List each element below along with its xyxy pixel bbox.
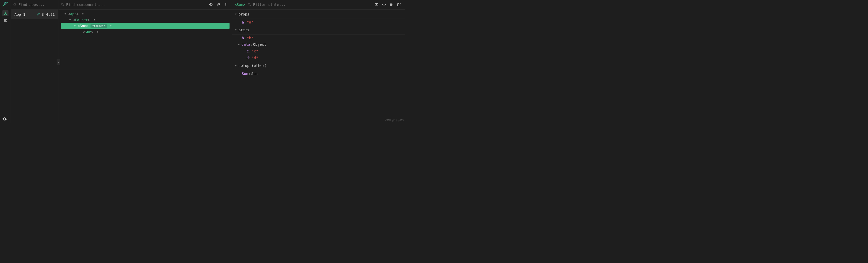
section-header-setup[interactable]: ▼ setup (other) (232, 61, 405, 70)
section-title: props (239, 12, 249, 16)
prop-key: b (242, 36, 244, 40)
svg-point-6 (14, 3, 16, 5)
prop-row[interactable]: ▼ data: Object (232, 41, 405, 48)
components-header (58, 0, 232, 9)
prop-row[interactable]: d: "d" (232, 55, 405, 61)
svg-point-10 (225, 3, 226, 4)
prop-value: "b" (247, 36, 253, 40)
tree-node-son[interactable]: ▼ <Son> fragment (61, 23, 230, 29)
component-tree: ▼ <App> ▼ <Father> ▼ <Son> fragment <Sun… (58, 9, 232, 123)
apps-panel: App 1 3.4.21 (11, 0, 58, 123)
svg-rect-5 (4, 22, 7, 22)
components-search-input[interactable] (66, 3, 209, 7)
section-header-props[interactable]: ▼ props (232, 9, 405, 19)
search-icon (248, 3, 251, 6)
component-tree-panel: ◂ ▼ <App> (58, 0, 232, 123)
svg-rect-4 (4, 21, 6, 21)
app-name-label: App 1 (14, 12, 37, 17)
svg-point-0 (5, 11, 6, 13)
collapse-arrow-icon[interactable]: ▼ (235, 64, 238, 67)
selected-component-label: <Son> (235, 3, 245, 7)
prop-row[interactable]: Sun: Sun (232, 70, 405, 77)
inspect-dom-icon[interactable] (390, 3, 394, 7)
app-list-item[interactable]: App 1 3.4.21 (11, 9, 58, 19)
state-body: ▼ props a: "a" ▼ attrs b: "b" ▼ data: Ob… (232, 9, 405, 123)
panel-resize-handle[interactable]: ◂ (57, 59, 60, 65)
locate-icon[interactable] (209, 3, 213, 7)
section-title: setup (other) (239, 63, 267, 68)
vue-logo-small (37, 13, 40, 16)
vue-logo (2, 2, 8, 8)
svg-rect-3 (4, 19, 7, 20)
components-tab-icon[interactable] (2, 10, 8, 16)
open-in-editor-icon[interactable] (397, 3, 401, 7)
apps-search-bar (11, 0, 58, 9)
expand-arrow-icon[interactable]: ▼ (65, 12, 67, 15)
prop-value: "a" (247, 20, 253, 24)
icon-sidebar (0, 0, 11, 123)
tree-node-app[interactable]: ▼ <App> (61, 11, 230, 17)
prop-value: Object (253, 42, 266, 47)
state-header: <Son> (232, 0, 405, 9)
prop-key: d (246, 56, 249, 60)
prop-row[interactable]: b: "b" (232, 35, 405, 41)
render-indicator (94, 19, 95, 21)
vue-version-label: 3.4.21 (41, 12, 55, 17)
svg-point-9 (211, 4, 211, 5)
prop-value: Sun (251, 71, 257, 76)
section-header-attrs[interactable]: ▼ attrs (232, 25, 405, 34)
timeline-tab-icon[interactable] (2, 18, 8, 24)
tree-node-sun[interactable]: <Sun> (61, 29, 230, 35)
prop-value: "c" (252, 49, 258, 53)
render-indicator (97, 31, 98, 33)
state-inspector-panel: <Son> ▼ (232, 0, 405, 123)
watermark: CSDN @田本初123 (385, 119, 404, 122)
prop-key: c (246, 49, 249, 53)
collapse-arrow-icon[interactable]: ▼ (235, 28, 238, 31)
render-indicator (83, 13, 84, 14)
settings-gear-icon[interactable] (2, 117, 7, 121)
more-icon[interactable] (224, 3, 228, 7)
expand-arrow-icon[interactable]: ▼ (69, 18, 71, 21)
scroll-to-component-icon[interactable] (375, 3, 378, 7)
prop-row[interactable]: c: "c" (232, 48, 405, 55)
svg-point-13 (248, 3, 250, 5)
svg-point-7 (61, 3, 63, 5)
render-indicator (110, 25, 112, 27)
svg-point-11 (225, 4, 226, 5)
prop-row[interactable]: a: "a" (232, 19, 405, 26)
section-title: attrs (239, 28, 249, 32)
show-source-icon[interactable] (382, 3, 386, 7)
expand-arrow-icon[interactable]: ▼ (74, 25, 76, 27)
prop-key: data (242, 42, 250, 47)
svg-point-12 (225, 5, 226, 6)
prop-key: Sun (242, 71, 248, 76)
svg-point-15 (376, 4, 377, 5)
state-filter-input[interactable] (253, 3, 375, 7)
prop-key: a (242, 20, 244, 24)
collapse-arrow-icon[interactable]: ▼ (235, 13, 238, 16)
fragment-badge: fragment (91, 24, 107, 28)
prop-value: "d" (252, 56, 258, 60)
refresh-icon[interactable] (216, 3, 220, 7)
apps-search-input[interactable] (18, 3, 64, 7)
tree-node-father[interactable]: ▼ <Father> (61, 17, 230, 23)
search-icon (13, 3, 17, 6)
expand-arrow-icon[interactable]: ▼ (238, 43, 241, 46)
search-icon (61, 3, 64, 6)
